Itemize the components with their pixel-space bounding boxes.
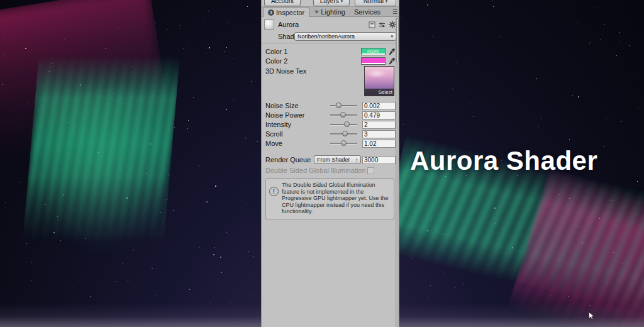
alpha-bar [362,53,385,55]
star [155,23,156,23]
star [53,232,55,233]
scroll-slider[interactable] [330,130,357,138]
star [183,48,184,48]
tab-services[interactable]: Services [350,7,385,16]
star [157,268,157,269]
star [150,143,151,145]
star [413,258,413,259]
star [106,104,107,104]
star [187,128,188,129]
star [28,103,29,103]
star [126,197,128,199]
star [441,214,441,214]
star [206,201,208,202]
account-button[interactable]: Account [264,0,301,6]
noise-power-slider[interactable] [330,111,357,119]
noise-power-field[interactable] [362,111,396,119]
star [173,252,174,252]
star [71,164,72,164]
slider-thumb[interactable] [344,121,350,127]
star [606,118,607,119]
star [612,200,613,201]
star [115,281,116,282]
slider-track [330,105,357,107]
star [427,230,428,231]
render-queue-field[interactable] [362,156,396,164]
star [599,218,600,219]
move-field[interactable] [362,140,396,148]
star [445,252,445,252]
color1-label: Color 1 [265,48,325,55]
noise-tex-row: 3D Noise Tex Select [265,66,396,99]
render-queue-dropdown[interactable]: From Shader ↕ [314,155,361,164]
star [584,296,584,297]
slider-row-noise-size: Noise Size [265,101,396,110]
star [213,254,214,255]
material-properties: Color 1 HDR Color 2 3D Noise [262,43,399,219]
slider-label: Noise Power [265,111,325,119]
shader-dropdown[interactable]: Noriben/noribenAurora ▾ [294,32,396,41]
star [228,23,229,23]
material-header: Aurora Shader Noriben/noribenAurora [262,17,399,43]
preset-sliders-icon[interactable] [379,21,386,28]
tab-inspector[interactable]: i Inspector [263,7,309,17]
star [445,176,446,177]
eyedropper-icon[interactable] [389,48,396,55]
star [226,47,227,48]
tab-menu-icon[interactable]: ☰ [392,9,397,15]
star [637,181,638,182]
slider-thumb[interactable] [340,112,346,118]
star [604,147,605,147]
star [541,118,542,119]
noise-tex-thumbnail[interactable]: Select [364,66,394,96]
slider-thumb[interactable] [341,140,347,146]
star [189,289,190,290]
star [616,55,617,56]
star [496,223,496,224]
star [463,283,464,284]
star [92,109,92,110]
star [233,99,234,100]
scrollbar-thumb[interactable] [396,18,399,62]
tab-lighting[interactable]: ☀ Lighting [309,7,350,16]
star [604,25,605,25]
intensity-slider[interactable] [330,121,357,128]
star [430,285,431,285]
slider-thumb[interactable] [342,131,348,136]
noise-size-field[interactable] [362,102,396,110]
help-book-icon[interactable] [369,21,375,28]
star [209,47,210,48]
vertical-scrollbar[interactable] [396,17,399,327]
star [180,25,181,26]
star [257,141,258,142]
color1-row: Color 1 HDR [265,47,396,56]
star [403,125,404,125]
mouse-cursor [589,311,595,322]
star [62,170,62,171]
noise-size-slider[interactable] [330,102,357,109]
star [538,126,539,127]
star [431,219,432,220]
chevron-down-icon: ▾ [386,0,388,4]
star [188,120,189,121]
slider-thumb[interactable] [336,103,341,108]
account-label: Account [271,0,294,4]
material-preview-thumbnail [264,19,274,30]
star [550,295,550,296]
layout-dropdown[interactable]: Normal ▾ [355,0,396,6]
layers-dropdown[interactable]: Layers ▾ [313,0,350,6]
overlay-title: Aurora Shader [410,146,597,176]
move-slider[interactable] [330,140,357,147]
select-button[interactable]: Select [365,89,394,96]
intensity-field[interactable] [362,121,396,129]
color1-swatch[interactable]: HDR [361,48,386,55]
slider-row-noise-power: Noise Power [265,111,396,119]
star [414,194,415,195]
star [569,139,570,140]
star [157,295,157,296]
eyedropper-icon[interactable] [389,57,396,65]
star [456,64,457,64]
color2-swatch[interactable] [361,57,386,65]
star [64,39,65,40]
scroll-field[interactable] [362,130,396,138]
